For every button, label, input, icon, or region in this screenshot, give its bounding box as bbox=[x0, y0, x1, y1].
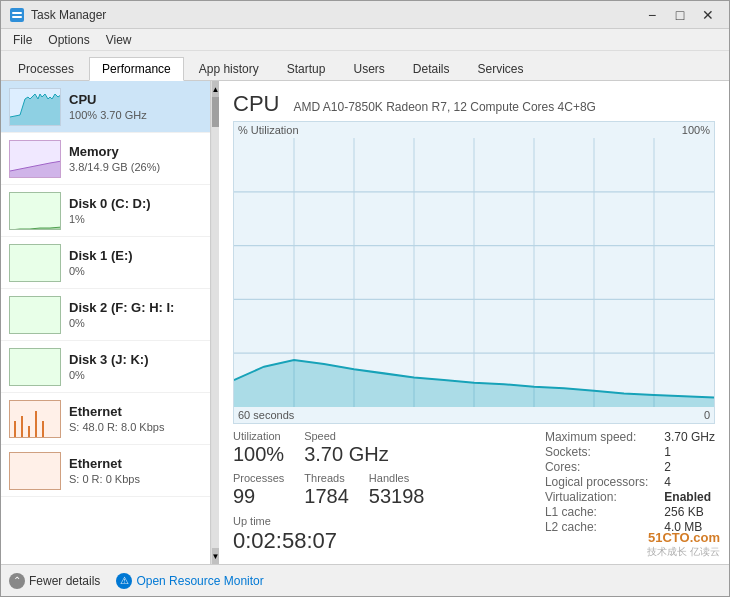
sidebar-item-disk2[interactable]: Disk 2 (F: G: H: I: 0% bbox=[1, 289, 210, 341]
sidebar-disk1-sublabel: 0% bbox=[69, 265, 202, 277]
sidebar-disk2-label: Disk 2 (F: G: H: I: bbox=[69, 300, 202, 315]
sidebar-disk1-info: Disk 1 (E:) 0% bbox=[69, 248, 202, 277]
sidebar-cpu-label: CPU bbox=[69, 92, 202, 107]
max-speed-label: Maximum speed: bbox=[545, 430, 648, 444]
sidebar-disk0-sublabel: 1% bbox=[69, 213, 202, 225]
chart-x-label: 60 seconds bbox=[238, 409, 294, 421]
sidebar-disk3-info: Disk 3 (J: K:) 0% bbox=[69, 352, 202, 381]
stats-left: Utilization 100% Speed 3.70 GHz Processe… bbox=[233, 430, 424, 554]
chart-y-label: % Utilization bbox=[238, 124, 299, 136]
svg-rect-0 bbox=[10, 8, 24, 22]
tab-details[interactable]: Details bbox=[400, 57, 463, 80]
processes-value: 99 bbox=[233, 484, 284, 508]
menu-view[interactable]: View bbox=[98, 31, 140, 49]
maximize-button[interactable]: □ bbox=[667, 5, 693, 25]
stat-threads: Threads 1784 bbox=[304, 472, 349, 508]
task-manager-window: Task Manager − □ ✕ File Options View Pro… bbox=[0, 0, 730, 597]
sidebar-disk0-label: Disk 0 (C: D:) bbox=[69, 196, 202, 211]
handles-label: Handles bbox=[369, 472, 425, 484]
sidebar-eth2-sublabel: S: 0 R: 0 Kbps bbox=[69, 473, 202, 485]
title-bar: Task Manager − □ ✕ bbox=[1, 1, 729, 29]
handles-value: 53198 bbox=[369, 484, 425, 508]
cpu-thumbnail bbox=[9, 88, 61, 126]
sidebar-disk1-label: Disk 1 (E:) bbox=[69, 248, 202, 263]
disk2-thumbnail bbox=[9, 296, 61, 334]
memory-thumbnail bbox=[9, 140, 61, 178]
sidebar-item-disk3[interactable]: Disk 3 (J: K:) 0% bbox=[1, 341, 210, 393]
close-button[interactable]: ✕ bbox=[695, 5, 721, 25]
tab-services[interactable]: Services bbox=[465, 57, 537, 80]
tabs-bar: Processes Performance App history Startu… bbox=[1, 51, 729, 81]
sidebar-disk0-info: Disk 0 (C: D:) 1% bbox=[69, 196, 202, 225]
sidebar-item-eth2[interactable]: Ethernet S: 0 R: 0 Kbps bbox=[1, 445, 210, 497]
resource-monitor-label: Open Resource Monitor bbox=[136, 574, 263, 588]
speed-label: Speed bbox=[304, 430, 388, 442]
sidebar-eth2-label: Ethernet bbox=[69, 456, 202, 471]
sidebar-disk2-sublabel: 0% bbox=[69, 317, 202, 329]
main-subtitle: AMD A10-7850K Radeon R7, 12 Compute Core… bbox=[293, 100, 596, 114]
stat-speed: Speed 3.70 GHz bbox=[304, 430, 388, 466]
disk1-thumbnail bbox=[9, 244, 61, 282]
uptime-section: Up time 0:02:58:07 bbox=[233, 514, 424, 554]
stat-processes: Processes 99 bbox=[233, 472, 284, 508]
fewer-details-label: Fewer details bbox=[29, 574, 100, 588]
cpu-chart-svg bbox=[234, 138, 714, 407]
sockets-label: Sockets: bbox=[545, 445, 648, 459]
tab-users[interactable]: Users bbox=[340, 57, 397, 80]
stats-row-2: Processes 99 Threads 1784 Handles 53198 bbox=[233, 472, 424, 508]
tab-app-history[interactable]: App history bbox=[186, 57, 272, 80]
cpu-chart: % Utilization 100% 60 seconds 0 bbox=[233, 121, 715, 424]
sidebar-item-eth1[interactable]: Ethernet S: 48.0 R: 8.0 Kbps bbox=[1, 393, 210, 445]
tab-performance[interactable]: Performance bbox=[89, 57, 184, 81]
tab-processes[interactable]: Processes bbox=[5, 57, 87, 80]
eth1-thumbnail bbox=[9, 400, 61, 438]
main-title: CPU bbox=[233, 91, 279, 117]
sidebar-eth2-info: Ethernet S: 0 R: 0 Kbps bbox=[69, 456, 202, 485]
uptime-value: 0:02:58:07 bbox=[233, 528, 424, 554]
processes-label: Processes bbox=[233, 472, 284, 484]
sidebar-eth1-sublabel: S: 48.0 R: 8.0 Kbps bbox=[69, 421, 202, 433]
sidebar-disk3-label: Disk 3 (J: K:) bbox=[69, 352, 202, 367]
fewer-details-icon: ⌃ bbox=[9, 573, 25, 589]
minimize-button[interactable]: − bbox=[639, 5, 665, 25]
main-content: CPU 100% 3.70 GHz Memory 3.8/14.9 GB (26… bbox=[1, 81, 729, 564]
fewer-details-button[interactable]: ⌃ Fewer details bbox=[9, 573, 100, 589]
sockets-value: 1 bbox=[664, 445, 715, 459]
virt-value: Enabled bbox=[664, 490, 715, 504]
l1-value: 256 KB bbox=[664, 505, 715, 519]
l2-value: 4.0 MB bbox=[664, 520, 715, 534]
stat-handles: Handles 53198 bbox=[369, 472, 425, 508]
resource-monitor-icon: ⚠ bbox=[116, 573, 132, 589]
cores-value: 2 bbox=[664, 460, 715, 474]
sidebar-item-disk0[interactable]: Disk 0 (C: D:) 1% bbox=[1, 185, 210, 237]
logical-label: Logical processors: bbox=[545, 475, 648, 489]
sidebar-memory-sublabel: 3.8/14.9 GB (26%) bbox=[69, 161, 202, 173]
resource-monitor-button[interactable]: ⚠ Open Resource Monitor bbox=[116, 573, 263, 589]
bottom-bar: ⌃ Fewer details ⚠ Open Resource Monitor bbox=[1, 564, 729, 596]
stats-row-1: Utilization 100% Speed 3.70 GHz bbox=[233, 430, 424, 466]
sidebar-item-memory[interactable]: Memory 3.8/14.9 GB (26%) bbox=[1, 133, 210, 185]
window-title: Task Manager bbox=[31, 8, 639, 22]
sidebar-cpu-info: CPU 100% 3.70 GHz bbox=[69, 92, 202, 121]
stat-utilization: Utilization 100% bbox=[233, 430, 284, 466]
stats-right: Maximum speed: 3.70 GHz Sockets: 1 Cores… bbox=[545, 430, 715, 534]
utilization-value: 100% bbox=[233, 442, 284, 466]
menu-file[interactable]: File bbox=[5, 31, 40, 49]
threads-label: Threads bbox=[304, 472, 349, 484]
logical-value: 4 bbox=[664, 475, 715, 489]
sidebar-item-cpu[interactable]: CPU 100% 3.70 GHz bbox=[1, 81, 210, 133]
main-panel: CPU AMD A10-7850K Radeon R7, 12 Compute … bbox=[219, 81, 729, 564]
menu-options[interactable]: Options bbox=[40, 31, 97, 49]
eth2-thumbnail bbox=[9, 452, 61, 490]
tab-startup[interactable]: Startup bbox=[274, 57, 339, 80]
virt-label: Virtualization: bbox=[545, 490, 648, 504]
svg-rect-2 bbox=[12, 16, 22, 18]
sidebar-disk3-sublabel: 0% bbox=[69, 369, 202, 381]
sidebar-item-disk1[interactable]: Disk 1 (E:) 0% bbox=[1, 237, 210, 289]
sidebar-eth1-info: Ethernet S: 48.0 R: 8.0 Kbps bbox=[69, 404, 202, 433]
sidebar-cpu-sublabel: 100% 3.70 GHz bbox=[69, 109, 202, 121]
sidebar-scrollbar[interactable]: ▲ ▼ bbox=[211, 81, 219, 564]
sidebar-memory-label: Memory bbox=[69, 144, 202, 159]
cores-label: Cores: bbox=[545, 460, 648, 474]
chart-y-max: 100% bbox=[682, 124, 710, 136]
